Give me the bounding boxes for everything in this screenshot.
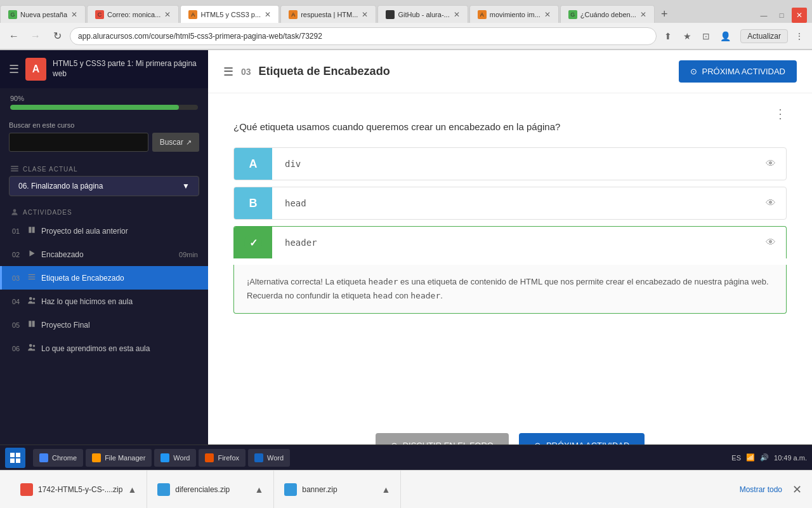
browser-tab[interactable]: GGitHub - alura-...✕ [377,5,468,23]
explanation-code3: header [410,291,440,300]
tab-favicon: G [8,10,17,19]
profile-icon[interactable]: 👤 [717,29,733,44]
sidebar-toggle-icon[interactable]: ☰ [9,62,19,76]
address-bar: ← → ↻ ⬆ ★ ⊡ 👤 Actualizar ⋮ [0,23,812,50]
taskbar-item-icon [254,453,263,462]
browser-tab[interactable]: Arespuesta | HTM...✕ [280,5,376,23]
download-bar-close-button[interactable]: ✕ [792,483,802,497]
download-filename: 1742-HTML5-y-CS-....zip [38,485,122,494]
bookmark-icon[interactable]: ★ [679,29,695,44]
forward-button[interactable]: → [27,27,44,45]
answer-text-b: head [272,187,756,219]
download-chevron-icon[interactable]: ▲ [128,485,136,495]
share-icon[interactable]: ⬆ [660,29,676,44]
external-link-icon: ↗ [186,138,192,147]
actualizar-button[interactable]: Actualizar [740,29,788,43]
answer-option-b[interactable]: B head 👁 [233,187,787,220]
back-button[interactable]: ← [5,27,23,45]
minimize-button[interactable]: — [756,8,771,23]
tab-close-icon[interactable]: ✕ [164,10,171,19]
reload-button[interactable]: ↻ [48,27,66,45]
tab-bar: GNueva pestaña✕CCorreo: monica...✕AHTML5… [0,0,812,23]
svg-rect-4 [29,274,36,275]
item-title: Lo que aprendimos en esta aula [41,344,198,353]
more-options-button[interactable]: ⋮ [774,106,787,121]
svg-rect-14 [16,458,20,463]
extension-icon[interactable]: ⊡ [698,29,714,44]
tab-label: ¿Cuándo deben... [580,11,636,18]
sidebar-course-title: HTML5 y CSS3 parte 1: Mi primera página … [53,59,199,79]
browser-tab[interactable]: GNueva pestaña✕ [0,5,86,23]
progress-bar-fill [10,105,179,110]
tab-close-icon[interactable]: ✕ [71,10,77,19]
taskbar-item-label: Firefox [218,454,239,462]
address-input[interactable] [70,27,657,45]
sidebar-item[interactable]: 04Haz lo que hicimos en aula [0,290,208,313]
tab-close-icon[interactable]: ✕ [362,10,368,19]
badge-c: ✓ [234,227,272,258]
browser-tab[interactable]: Amovimiento im...✕ [469,5,559,23]
item-icon [27,272,36,283]
question-text: ¿Qué etiqueta usamos cuando queremos cre… [233,121,787,132]
sidebar-item[interactable]: 02Encabezado09min [0,243,208,266]
win-taskbar-item[interactable]: Word [248,449,290,467]
tab-close-icon[interactable]: ✕ [454,10,460,19]
win-taskbar-item[interactable]: File Manager [86,449,152,467]
answer-option-c[interactable]: ✓ header 👁 [233,226,787,258]
browser-tab[interactable]: G¿Cuándo deben...✕ [560,5,655,23]
mostrar-todo-button[interactable]: Mostrar todo [740,485,782,494]
tab-favicon: A [289,10,298,19]
tab-close-icon[interactable]: ✕ [544,10,551,19]
eye-icon-b[interactable]: 👁 [756,187,786,219]
download-item: diferenciales.zip▲ [147,471,274,508]
tab-close-icon[interactable]: ✕ [640,10,646,19]
sidebar-item[interactable]: 01Proyecto del aula anterior [0,219,208,243]
eye-icon-c[interactable]: 👁 [756,227,786,258]
tab-label: HTML5 y CSS3 p... [200,11,261,18]
next-activity-button-top[interactable]: ⊙ PRÓXIMA ACTIVIDAD [679,60,797,83]
sidebar-item[interactable]: 06Lo que aprendimos en esta aula [0,337,208,360]
tab-label: GitHub - alura-... [398,11,449,18]
language-indicator: ES [731,454,741,462]
tab-close-icon[interactable]: ✕ [265,10,271,19]
close-button[interactable]: ✕ [792,8,807,23]
svg-point-9 [29,344,32,347]
maximize-button[interactable]: □ [774,8,789,23]
search-section: Buscar en este curso Buscar ↗ [0,116,208,159]
taskbar-items: ChromeFile ManagerWordFirefoxWord [33,449,729,467]
item-title: Proyecto Final [41,321,198,330]
content-menu-icon[interactable]: ☰ [223,65,233,79]
taskbar-item-icon [205,453,214,462]
win-taskbar-item[interactable]: Chrome [33,449,83,467]
check-icon: ✓ [244,234,262,251]
download-chevron-icon[interactable]: ▲ [254,485,263,495]
current-class-button[interactable]: 06. Finalizando la página ▼ [9,176,199,196]
win-taskbar-item[interactable]: Word [154,449,196,467]
eye-icon-a[interactable]: 👁 [756,148,786,180]
app-layout: ☰ A HTML5 y CSS3 parte 1: Mi primera pág… [0,50,812,471]
tab-favicon: G [386,10,395,19]
browser-tab[interactable]: AHTML5 y CSS3 p...✕ [180,5,279,23]
svg-rect-12 [16,453,20,457]
answer-option-a[interactable]: A div 👁 [233,147,787,180]
explanation-mid2: con [393,291,410,300]
start-button[interactable] [5,448,25,468]
activities-label: ACTIVIDADES [0,203,208,219]
content-body: ⋮ ¿Qué etiqueta usamos cuando queremos c… [208,93,812,420]
sidebar-item[interactable]: 03Etiqueta de Encabezado [0,266,208,290]
new-tab-button[interactable]: + [656,5,673,23]
item-number: 05 [12,321,22,329]
taskbar-item-label: Word [267,454,284,462]
browser-tab[interactable]: CCorreo: monica...✕ [87,5,179,23]
sidebar-item[interactable]: 05Proyecto Final [0,313,208,337]
download-color-indicator [157,483,170,496]
download-filename: diferenciales.zip [175,485,249,494]
menu-dots-icon[interactable]: ⋮ [792,29,807,44]
svg-rect-5 [29,276,36,277]
taskbar-item-icon [160,453,169,462]
download-chevron-icon[interactable]: ▲ [381,485,390,495]
win-taskbar-item[interactable]: Firefox [199,449,246,467]
download-item: 1742-HTML5-y-CS-....zip▲ [10,471,147,508]
search-input[interactable] [9,133,148,152]
search-button[interactable]: Buscar ↗ [152,133,199,152]
